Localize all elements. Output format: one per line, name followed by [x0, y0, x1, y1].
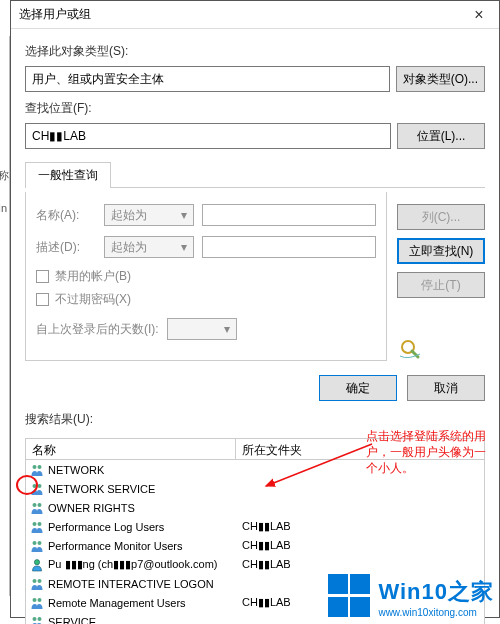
find-now-button[interactable]: 立即查找(N)	[397, 238, 485, 264]
row-name: NETWORK	[48, 464, 104, 476]
svg-point-13	[33, 579, 37, 583]
svg-point-14	[38, 579, 42, 583]
row-folder: CH▮▮LAB	[236, 520, 484, 533]
group-icon	[30, 615, 44, 625]
name-mode-select[interactable]: 起始为 ▾	[104, 204, 194, 226]
svg-point-4	[33, 484, 37, 488]
svg-point-3	[38, 465, 42, 469]
row-folder: CH▮▮LAB	[236, 596, 484, 609]
table-row[interactable]: Performance Log UsersCH▮▮LAB	[26, 517, 484, 536]
object-type-button[interactable]: 对象类型(O)...	[396, 66, 485, 92]
table-row[interactable]: NETWORK SERVICE	[26, 479, 484, 498]
disabled-accounts-checkbox[interactable]	[36, 270, 49, 283]
stop-button[interactable]: 停止(T)	[397, 272, 485, 298]
last-logon-days-select[interactable]: ▾	[167, 318, 237, 340]
search-icon	[397, 337, 427, 361]
svg-point-12	[34, 559, 39, 564]
location-field[interactable]: CH▮▮LAB	[25, 123, 391, 149]
table-row[interactable]: SERVICE	[26, 612, 484, 624]
cancel-button[interactable]: 取消	[407, 375, 485, 401]
group-icon	[30, 463, 44, 477]
close-icon: ×	[474, 6, 483, 24]
svg-point-18	[38, 617, 42, 621]
noexpire-label: 不过期密码(X)	[55, 291, 131, 308]
object-type-field[interactable]: 用户、组或内置安全主体	[25, 66, 390, 92]
user-icon	[30, 558, 44, 572]
svg-point-8	[33, 522, 37, 526]
results-label: 搜索结果(U):	[25, 411, 485, 428]
row-folder: CH▮▮LAB	[236, 539, 484, 552]
dialog-select-users-groups: 选择用户或组 × 选择此对象类型(S): 用户、组或内置安全主体 对象类型(O)…	[10, 0, 500, 618]
group-icon	[30, 577, 44, 591]
tab-common-query[interactable]: 一般性查询	[25, 162, 111, 188]
table-row[interactable]: Remote Management UsersCH▮▮LAB	[26, 593, 484, 612]
row-name: Performance Monitor Users	[48, 540, 183, 552]
svg-point-16	[38, 598, 42, 602]
close-button[interactable]: ×	[459, 1, 499, 29]
location-label: 查找位置(F):	[25, 100, 485, 117]
svg-point-11	[38, 541, 42, 545]
svg-point-7	[38, 503, 42, 507]
svg-point-2	[33, 465, 37, 469]
columns-button[interactable]: 列(C)...	[397, 204, 485, 230]
name-input[interactable]	[202, 204, 376, 226]
table-row[interactable]: Pu ▮▮▮ng (ch▮▮▮p7@outlook.com)CH▮▮LAB	[26, 555, 484, 574]
row-name: Performance Log Users	[48, 521, 164, 533]
group-icon	[30, 539, 44, 553]
desc-label: 描述(D):	[36, 239, 96, 256]
group-icon	[30, 520, 44, 534]
object-type-label: 选择此对象类型(S):	[25, 43, 485, 60]
desc-mode-select[interactable]: 起始为 ▾	[104, 236, 194, 258]
table-row[interactable]: OWNER RIGHTS	[26, 498, 484, 517]
results-list[interactable]: NETWORKNETWORK SERVICEOWNER RIGHTSPerfor…	[25, 460, 485, 624]
dialog-title: 选择用户或组	[19, 6, 459, 23]
query-panel: 名称(A): 起始为 ▾ 描述(D): 起始为 ▾	[25, 192, 387, 361]
svg-point-17	[33, 617, 37, 621]
chevron-down-icon: ▾	[181, 240, 187, 254]
row-name: SERVICE	[48, 616, 96, 625]
svg-point-10	[33, 541, 37, 545]
col-name-header[interactable]: 名称	[26, 439, 236, 459]
row-name: NETWORK SERVICE	[48, 483, 155, 495]
underlying-window-edge: 称 In	[0, 36, 10, 596]
titlebar: 选择用户或组 ×	[11, 1, 499, 29]
disabled-accounts-label: 禁用的帐户(B)	[55, 268, 131, 285]
table-row[interactable]: REMOTE INTERACTIVE LOGON	[26, 574, 484, 593]
name-label: 名称(A):	[36, 207, 96, 224]
row-name: Remote Management Users	[48, 597, 186, 609]
svg-point-9	[38, 522, 42, 526]
location-button[interactable]: 位置(L)...	[397, 123, 485, 149]
svg-point-6	[33, 503, 37, 507]
annotation-callout-text: 点击选择登陆系统的用户，一般用户头像为一个小人。	[366, 428, 496, 477]
last-logon-days-label: 自上次登录后的天数(I):	[36, 321, 159, 338]
row-name: REMOTE INTERACTIVE LOGON	[48, 578, 214, 590]
desc-input[interactable]	[202, 236, 376, 258]
svg-point-5	[38, 484, 42, 488]
tab-strip: 一般性查询	[25, 161, 485, 188]
noexpire-checkbox[interactable]	[36, 293, 49, 306]
group-icon	[30, 482, 44, 496]
chevron-down-icon: ▾	[224, 322, 230, 336]
row-name: OWNER RIGHTS	[48, 502, 135, 514]
group-icon	[30, 596, 44, 610]
group-icon	[30, 501, 44, 515]
row-name: Pu ▮▮▮ng (ch▮▮▮p7@outlook.com)	[48, 558, 217, 571]
ok-button[interactable]: 确定	[319, 375, 397, 401]
svg-point-15	[33, 598, 37, 602]
chevron-down-icon: ▾	[181, 208, 187, 222]
table-row[interactable]: Performance Monitor UsersCH▮▮LAB	[26, 536, 484, 555]
row-folder: CH▮▮LAB	[236, 558, 484, 571]
